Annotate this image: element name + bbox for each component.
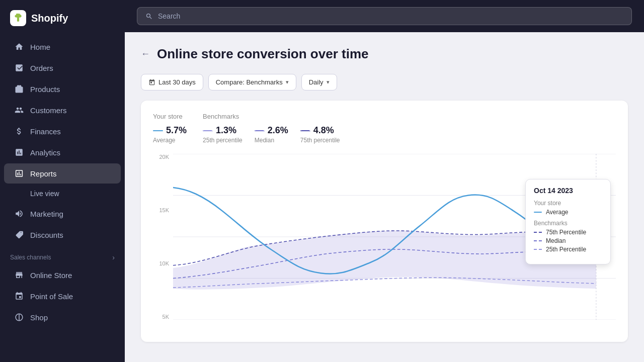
sales-channels-section[interactable]: Sales channels › [0,245,125,264]
p75-line-icon [300,130,310,131]
sidebar: Shopify Home Orders Products Customers F… [0,0,125,362]
tooltip-average-label: Average [546,209,568,216]
sidebar-item-orders[interactable]: Orders [4,58,121,78]
sidebar-label-analytics: Analytics [30,148,60,157]
sidebar-label-marketing: Marketing [30,210,63,218]
sidebar-label-finances: Finances [30,127,61,136]
legend-p25: 1.3% 25th percentile [203,125,243,144]
sales-channels-label: Sales channels [10,254,51,261]
compare-filter[interactable]: Compare: Benchmarks ▾ [208,74,296,90]
tooltip-your-store: Your store Average [534,200,602,216]
your-store-legend: Your store 5.7% Average [153,113,187,144]
p25-line-icon [203,130,213,131]
tooltip-your-store-label: Your store [534,200,602,207]
p25-value: 1.3% [216,125,236,136]
discounts-icon [14,230,24,240]
tooltip-p25-row: 25th Percentile [534,246,602,253]
sidebar-label-pos: Point of Sale [30,292,73,301]
reports-icon [14,168,24,178]
online-store-icon [14,270,24,280]
legend-average: 5.7% Average [153,125,187,144]
interval-chevron-icon: ▾ [327,79,330,85]
pos-icon [14,291,24,301]
page-header: ← Online store conversion over time [141,46,628,62]
median-value: 2.6% [268,125,288,136]
search-bar[interactable]: Search [137,7,632,25]
tooltip-date: Oct 14 2023 [534,187,602,195]
interval-filter[interactable]: Daily ▾ [301,74,337,90]
sidebar-label-live-view: Live view [30,190,59,198]
date-range-label: Last 30 days [158,78,196,86]
filter-row: Last 30 days Compare: Benchmarks ▾ Daily… [141,74,628,90]
date-range-filter[interactable]: Last 30 days [141,74,203,90]
tooltip-average-row: Average [534,209,602,216]
p75-value: 4.8% [313,125,334,136]
sidebar-item-home[interactable]: Home [4,37,121,57]
median-line-icon [255,130,265,131]
y-label-20k: 20K [159,154,169,160]
sidebar-item-analytics[interactable]: Analytics [4,142,121,162]
content-area: ← Online store conversion over time Last… [125,32,644,362]
chart-tooltip: Oct 14 2023 Your store Average Benchmark… [525,179,611,264]
sidebar-item-live-view[interactable]: Live view [4,185,121,203]
benchmarks-label: Benchmarks [203,113,340,120]
interval-label: Daily [309,78,324,86]
sidebar-label-discounts: Discounts [30,231,63,239]
page-title: Online store conversion over time [157,46,368,62]
tooltip-p25-label: 25th Percentile [546,246,586,253]
tooltip-median-row: Median [534,237,602,244]
sidebar-item-products[interactable]: Products [4,79,121,99]
sidebar-label-reports: Reports [30,169,57,178]
sidebar-label-online-store: Online Store [30,271,72,280]
back-button[interactable]: ← [141,49,150,59]
tooltip-benchmarks-label: Benchmarks [534,220,602,227]
sidebar-item-point-of-sale[interactable]: Point of Sale [4,286,121,306]
search-icon [145,13,153,20]
app-logo: Shopify [0,0,125,36]
topbar: Search [125,0,644,32]
sidebar-label-customers: Customers [30,106,67,115]
compare-label: Compare: Benchmarks [216,78,283,86]
sidebar-item-reports[interactable]: Reports [4,163,121,184]
finances-icon [14,126,24,136]
legend-p75: 4.8% 75th percentile [300,125,340,144]
sidebar-item-discounts[interactable]: Discounts [4,225,121,245]
chart-card: Your store 5.7% Average Benchmarks [141,101,628,342]
customers-icon [14,105,24,115]
home-icon [14,42,24,52]
tooltip-p75-label: 75th Percentile [546,229,586,236]
tooltip-average-line [534,212,542,213]
main-content: Search ← Online store conversion over ti… [125,0,644,362]
benchmarks-legend: Benchmarks 1.3% 25th percentile [203,113,340,144]
sidebar-item-marketing[interactable]: Marketing [4,204,121,224]
y-label-10k: 10K [159,260,169,266]
app-name: Shopify [31,13,68,24]
sidebar-item-customers[interactable]: Customers [4,100,121,120]
marketing-icon [14,209,24,219]
tooltip-p25-line [534,249,542,250]
y-axis: 20K 15K 10K 5K [153,154,173,320]
products-icon [14,84,24,94]
average-value: 5.7% [166,125,187,136]
average-line-icon [153,130,163,131]
average-label: Average [153,137,187,144]
search-placeholder: Search [158,12,180,20]
legend-median: 2.6% Median [255,125,288,144]
tooltip-median-label: Median [546,237,566,244]
compare-chevron-icon: ▾ [286,79,289,85]
sidebar-item-online-store[interactable]: Online Store [4,265,121,285]
y-label-15k: 15K [159,207,169,213]
tooltip-benchmarks: Benchmarks 75th Percentile Median 25th P… [534,220,602,253]
sidebar-item-shop[interactable]: Shop [4,307,121,327]
shop-icon [14,312,24,322]
orders-icon [14,63,24,73]
analytics-icon [14,147,24,157]
chart-legend: Your store 5.7% Average Benchmarks [153,113,616,144]
sidebar-label-home: Home [30,43,50,51]
logo-icon [10,10,26,26]
median-label: Median [255,137,288,144]
chevron-right-icon: › [112,253,115,261]
p25-label: 25th percentile [203,137,243,144]
sidebar-item-finances[interactable]: Finances [4,121,121,141]
sidebar-label-orders: Orders [30,64,53,72]
